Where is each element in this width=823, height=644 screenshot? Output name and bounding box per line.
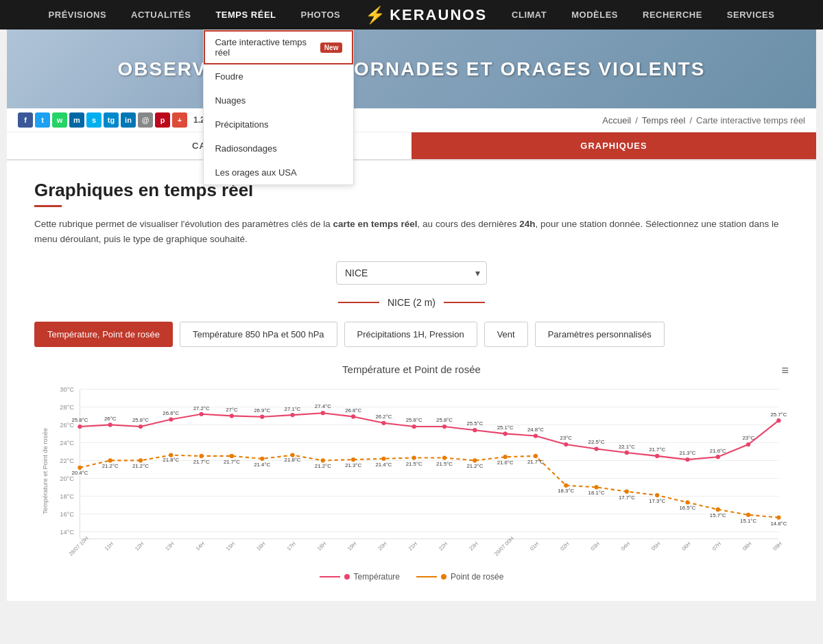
dew-label-0: 20.4°C	[71, 470, 88, 476]
breadcrumb-level2: Carte interactive temps réel	[696, 115, 805, 126]
dew-dot-1	[108, 458, 112, 462]
x-tick-22: 08H	[741, 540, 752, 551]
y-tick-18: 18°C	[60, 493, 74, 500]
email-icon[interactable]: @	[138, 112, 153, 128]
temp-dot-18	[625, 451, 629, 455]
nav-item-previsions[interactable]: PRÉVISIONS	[36, 0, 119, 29]
dew-label-16: 18.3°C	[558, 488, 574, 494]
x-tick-21: 07H	[711, 540, 722, 551]
legend-dewpoint: Point de rosée	[416, 572, 503, 582]
dew-label-20: 16.5°C	[680, 505, 696, 511]
temp-label-17: 22.5°C	[588, 440, 605, 446]
chart-btn-temperature[interactable]: Température, Point de rosée	[34, 322, 173, 347]
temp-dot-11	[412, 425, 416, 429]
legend-dewpoint-dot	[441, 574, 446, 580]
dew-dot-9	[351, 457, 355, 462]
dropdown-item-carte-interactive[interactable]: Carte interactive temps réel New	[204, 30, 353, 64]
nav-item-services[interactable]: SERVICES	[715, 0, 787, 29]
dew-label-4: 21.7°C	[193, 459, 210, 465]
dew-label-14: 21.6°C	[497, 460, 514, 466]
skype-icon[interactable]: s	[86, 112, 102, 128]
hero-banner: OBSERVATOIRE DES TORNADES ET ORAGES VIOL…	[7, 29, 816, 108]
nav-item-actualites[interactable]: ACTUALITÉS	[119, 0, 203, 29]
x-tick-10: 20H	[377, 540, 387, 551]
plus-icon[interactable]: +	[172, 112, 187, 128]
nav-item-temps-reel[interactable]: TEMPS RÉEL	[203, 0, 288, 29]
x-tick-16: 02H	[559, 540, 570, 551]
logo: ⚡ KERAUNOS	[353, 5, 499, 25]
y-tick-14: 14°C	[60, 529, 74, 536]
chart-container: Température et Point de rosée ≡ Températ…	[34, 363, 789, 582]
x-tick-3: 13H	[164, 540, 175, 551]
dew-dot-17	[594, 485, 598, 489]
dropdown-item-nuages[interactable]: Nuages	[204, 88, 353, 112]
temp-label-20: 21.3°C	[680, 450, 696, 456]
x-tick-18: 04H	[620, 540, 631, 551]
temp-label-15: 24.8°C	[527, 427, 544, 433]
dew-label-19: 17.3°C	[649, 498, 665, 504]
chart-btn-850-500[interactable]: Température 850 hPa et 500 hPa	[180, 322, 337, 347]
breadcrumb-level1[interactable]: Temps réel	[642, 115, 686, 126]
messenger-icon[interactable]: m	[69, 112, 84, 128]
dropdown-item-foudre[interactable]: Foudre	[204, 64, 353, 88]
dew-dot-5	[230, 454, 234, 458]
chart-title: Température et Point de rosée	[342, 363, 481, 375]
dew-label-10: 21.4°C	[375, 462, 392, 468]
x-tick-1: 11H	[104, 540, 115, 551]
nav-item-recherche[interactable]: RECHERCHE	[630, 0, 715, 29]
station-line-right	[444, 302, 485, 303]
temp-label-5: 27°C	[226, 407, 238, 413]
dew-label-3: 21.8°C	[163, 457, 179, 464]
legend-temperature-line	[320, 576, 340, 577]
temp-label-13: 25.5°C	[466, 421, 483, 427]
chart-btn-parametres[interactable]: Paramètres personnalisés	[535, 322, 665, 347]
dew-label-15: 21.7°C	[527, 459, 544, 465]
pinterest-icon[interactable]: p	[155, 112, 170, 128]
x-tick-7: 17H	[286, 540, 297, 551]
section-description: Cette rubrique permet de visualiser l'év…	[34, 217, 789, 246]
whatsapp-icon[interactable]: w	[52, 112, 67, 128]
temp-dot-12	[442, 425, 446, 429]
dew-label-17: 18.1°C	[588, 490, 605, 497]
temp-dot-20	[685, 457, 689, 462]
station-name: NICE (2 m)	[387, 297, 436, 308]
x-tick-9: 19H	[346, 540, 357, 551]
tab-graphiques[interactable]: GRAPHIQUES	[412, 132, 816, 159]
dew-label-7: 21.8°C	[285, 457, 301, 464]
temp-label-23: 25.7°C	[770, 412, 787, 418]
dew-dot-23	[776, 516, 780, 520]
chart-btn-precipitations[interactable]: Précipitations 1H, Pression	[344, 322, 477, 347]
x-tick-2: 12H	[134, 540, 145, 551]
dropdown-item-radiosondages[interactable]: Radiosondages	[204, 136, 353, 160]
nav-item-modeles[interactable]: MODÈLES	[559, 0, 630, 29]
station-select[interactable]: NICE	[336, 261, 487, 285]
logo-bolt-icon: ⚡	[365, 5, 387, 25]
temp-dot-4	[199, 412, 203, 416]
linkedin-icon[interactable]: in	[121, 112, 136, 128]
breadcrumb-home[interactable]: Accueil	[602, 115, 631, 126]
dropdown-item-orages-usa[interactable]: Les orages aux USA	[204, 160, 353, 184]
nav-item-climat[interactable]: CLIMAT	[499, 0, 559, 29]
chart-btn-vent[interactable]: Vent	[484, 322, 528, 347]
y-tick-16: 16°C	[60, 511, 74, 518]
dropdown-item-precipitations[interactable]: Précipitations	[204, 112, 353, 136]
chart-menu-icon[interactable]: ≡	[781, 363, 789, 378]
nav-item-photos[interactable]: PHOTOS	[289, 0, 353, 29]
twitter-icon[interactable]: t	[35, 112, 50, 128]
x-tick-15: 01H	[529, 540, 540, 551]
dew-dot-8	[321, 458, 325, 462]
temp-dot-16	[564, 442, 568, 446]
dew-dot-6	[260, 457, 264, 461]
x-tick-5: 15H	[225, 540, 236, 551]
temp-dot-15	[534, 434, 538, 438]
nav-dropdown-temps-reel[interactable]: TEMPS RÉEL Carte interactive temps réel …	[203, 0, 288, 29]
station-dropdown[interactable]: NICE	[336, 261, 487, 285]
x-tick-4: 14H	[195, 540, 206, 551]
telegram-icon[interactable]: tg	[104, 112, 119, 128]
tabs-bar: CARTE GRAPHIQUES	[7, 132, 816, 160]
dew-label-23: 14.8°C	[770, 521, 787, 527]
dew-dot-21	[716, 508, 720, 512]
temp-dot-19	[655, 454, 659, 458]
dew-dot-15	[534, 454, 538, 458]
facebook-icon[interactable]: f	[18, 112, 33, 128]
